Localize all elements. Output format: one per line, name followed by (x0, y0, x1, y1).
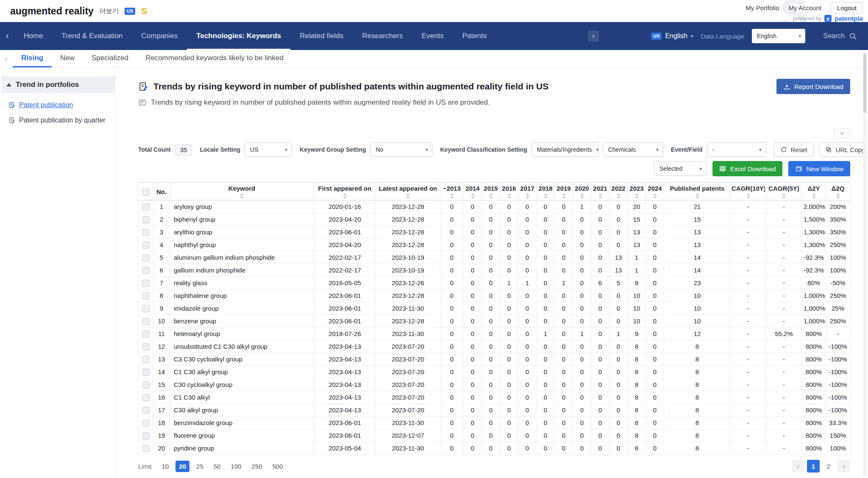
sort-icon[interactable] (647, 193, 663, 199)
row-checkbox[interactable] (142, 445, 150, 452)
row-checkbox[interactable] (142, 407, 150, 414)
limit-option-250[interactable]: 250 (248, 461, 265, 472)
sort-icon[interactable] (377, 193, 439, 199)
keyword-cell[interactable]: arylthio group (170, 226, 314, 239)
keyword-cell[interactable]: imidazole group (170, 302, 314, 315)
column-header-2017[interactable]: 2017 (518, 183, 537, 200)
sort-icon[interactable] (465, 193, 481, 199)
column-header-cagr-10y[interactable]: CAGR(10Y) (731, 183, 766, 200)
nav-item-technologies-keywords[interactable]: Technologies: Keywords (187, 22, 290, 50)
subtab-rising[interactable]: Rising (13, 50, 52, 67)
keyword-cell[interactable]: C30 cycloalkyl group (170, 378, 314, 391)
reset-button[interactable]: Reset (774, 142, 814, 157)
row-checkbox[interactable] (142, 203, 150, 211)
sort-icon[interactable] (519, 193, 535, 199)
nav-item-researchers[interactable]: Researchers (353, 22, 412, 50)
excel-download-button[interactable]: Excel Download (712, 161, 783, 176)
next-page-icon[interactable]: › (837, 460, 850, 472)
nav-item-events[interactable]: Events (412, 22, 453, 50)
limit-option-100[interactable]: 100 (227, 461, 245, 472)
limit-option-10[interactable]: 10 (159, 461, 172, 472)
column-header-2015[interactable]: 2015 (482, 183, 500, 200)
column-header-2013[interactable]: ~2013 (440, 183, 464, 200)
row-checkbox[interactable] (142, 280, 150, 287)
column-header-2014[interactable]: 2014 (464, 183, 482, 200)
sidebar-section-header[interactable]: Trend in portfolios (1, 76, 115, 93)
row-checkbox[interactable] (142, 356, 150, 363)
column-header-2q[interactable]: Δ2Q (826, 183, 850, 200)
column-header-2021[interactable]: 2021 (591, 183, 609, 200)
column-header-2018[interactable]: 2018 (537, 183, 555, 200)
nav-scroll-left-icon[interactable]: ‹ (0, 22, 14, 50)
sort-icon[interactable] (767, 193, 801, 199)
more-link[interactable]: 더보기 (100, 7, 119, 15)
keyword-cell[interactable]: aryloxy group (170, 200, 314, 213)
subtab-recommended-keywords-likely-to-be-linked[interactable]: Recommended keywords likely to be linked (137, 50, 292, 67)
column-header-latest-appeared-on[interactable]: Latest appeared on (376, 183, 440, 200)
subtab-new[interactable]: New (52, 50, 83, 67)
sort-icon[interactable] (803, 193, 825, 199)
column-header-2019[interactable]: 2019 (555, 183, 573, 200)
event-field-select[interactable]: - ▾ (707, 142, 766, 157)
keyword-cell[interactable]: aluminum gallium indium phosphide (170, 251, 314, 264)
sort-icon[interactable] (592, 193, 608, 199)
keyword-cell[interactable]: reality glass (170, 277, 314, 289)
keyword-cell[interactable]: gallium indium phosphide (170, 264, 314, 277)
column-header-2020[interactable]: 2020 (573, 183, 591, 200)
column-header-first-appeared-on[interactable]: First appeared on (314, 183, 376, 200)
row-checkbox[interactable] (142, 394, 150, 401)
sort-icon[interactable] (556, 193, 572, 199)
new-window-button[interactable]: New Window (788, 161, 850, 176)
column-header-2023[interactable]: 2023 (628, 183, 646, 200)
keyword-cell[interactable]: C1 C30 alkyl group (170, 366, 314, 378)
keyword-cell[interactable]: benzimidazole group (170, 417, 314, 429)
locale-language[interactable]: US English ▾ (651, 32, 693, 40)
keyword-cell[interactable]: biphenyl group (170, 213, 314, 226)
column-header-2016[interactable]: 2016 (500, 183, 518, 200)
row-checkbox[interactable] (142, 254, 150, 261)
select-all-checkbox[interactable] (142, 189, 150, 196)
classification-select-2[interactable]: Chemicals ▾ (603, 142, 663, 157)
column-header-no[interactable]: No. (153, 183, 170, 200)
row-checkbox[interactable] (142, 242, 150, 249)
row-checkbox[interactable] (142, 420, 150, 427)
row-checkbox[interactable] (142, 381, 150, 389)
page-button-2[interactable]: 2 (822, 460, 835, 472)
limit-option-20[interactable]: 20 (175, 461, 189, 472)
nav-scroll-right-icon[interactable]: › (588, 31, 599, 42)
keyword-cell[interactable]: fluorene group (170, 429, 314, 442)
sort-icon[interactable] (610, 193, 626, 199)
row-checkbox[interactable] (142, 216, 150, 223)
subtab-scroll-left-icon[interactable]: ‹ (0, 50, 13, 67)
my-account-link[interactable]: My Account (789, 4, 822, 11)
nav-item-home[interactable]: Home (14, 22, 52, 50)
subtab-specialized[interactable]: Specialized (83, 50, 137, 67)
keyword-cell[interactable]: benzene group (170, 315, 314, 328)
keyword-cell[interactable]: naphthyl group (170, 239, 314, 251)
locale-select[interactable]: US ▾ (245, 142, 292, 157)
row-checkbox[interactable] (142, 343, 150, 350)
scrollbar-thumb[interactable] (863, 53, 866, 113)
prev-page-icon[interactable]: ‹ (792, 460, 804, 472)
row-checkbox[interactable] (142, 267, 150, 274)
row-checkbox[interactable] (142, 369, 150, 376)
report-download-button[interactable]: Report Download (776, 79, 850, 94)
sort-icon[interactable] (483, 193, 499, 199)
sort-icon[interactable] (441, 193, 462, 199)
column-header-2y[interactable]: Δ2Y (802, 183, 826, 200)
data-language-select[interactable]: English ▾ (752, 29, 805, 43)
keyword-cell[interactable]: pyridine group (170, 442, 314, 455)
column-header-2024[interactable]: 2024 (646, 183, 664, 200)
nav-item-trend-evaluation[interactable]: Trend & Evaluation (52, 22, 132, 50)
row-checkbox[interactable] (142, 305, 150, 312)
nav-item-companies[interactable]: Companies (132, 22, 187, 50)
search-icon[interactable] (849, 32, 857, 40)
sort-icon[interactable] (574, 193, 590, 199)
classification-select-1[interactable]: Materials/Ingredients ▾ (531, 142, 598, 157)
sidebar-item-patent-publication-by-quarter[interactable]: Patent publication by quarter (0, 113, 115, 128)
page-button-1[interactable]: 1 (807, 460, 820, 472)
keyword-group-select[interactable]: No ▾ (370, 142, 432, 157)
sort-icon[interactable] (732, 193, 765, 199)
sort-icon[interactable] (315, 193, 375, 199)
collapse-panel-button[interactable] (834, 128, 850, 138)
